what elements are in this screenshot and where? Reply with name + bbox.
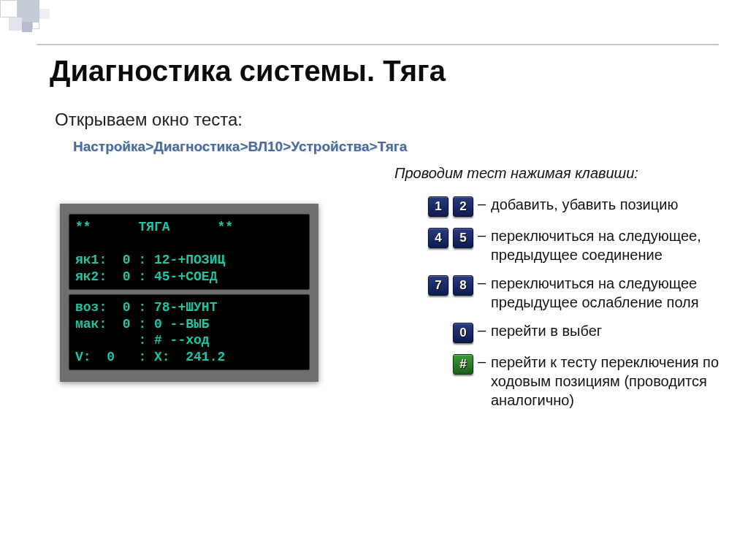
legend-row: 1 2 – добавить, убавить позицию (415, 196, 722, 217)
key-legend: 1 2 – добавить, убавить позицию 4 5 – пе… (415, 196, 722, 420)
legend-dash: – (473, 275, 491, 291)
running-test-label: Проводим тест нажимая клавиши: (394, 165, 638, 182)
legend-dash: – (473, 227, 491, 244)
key-2: 2 (453, 196, 473, 217)
legend-row: # – перейти к тесту переключения по ходо… (415, 353, 722, 410)
open-window-label: Открываем окно теста: (55, 110, 243, 130)
legend-row: 4 5 – переключиться на следующее, предыд… (415, 227, 722, 264)
key-5: 5 (453, 228, 473, 248)
terminal-device: ** ТЯГА ** як1: 0 : 12-+ПОЗИЦ як2: 0 : 4… (60, 204, 318, 382)
key-8: 8 (453, 275, 473, 296)
legend-row: 7 8 – переключиться на следующее предыду… (415, 275, 722, 312)
key-hash: # (453, 354, 473, 375)
legend-desc: перейти к тесту переключения по ходовым … (491, 353, 722, 410)
corner-decoration (0, 0, 66, 44)
terminal-screen-1: ** ТЯГА ** як1: 0 : 12-+ПОЗИЦ як2: 0 : 4… (69, 214, 310, 290)
legend-dash: – (473, 196, 491, 212)
legend-dash: – (473, 353, 491, 370)
page-title: Диагностика системы. Тяга (50, 55, 446, 88)
key-0: 0 (453, 323, 473, 343)
legend-desc: добавить, убавить позицию (491, 196, 722, 215)
legend-desc: перейти в выбег (491, 322, 722, 341)
legend-row: 0 – перейти в выбег (415, 322, 722, 343)
breadcrumb: Настройка>Диагностика>ВЛ10>Устройства>Тя… (73, 139, 407, 155)
legend-desc: переключиться на следующее предыдущее ос… (491, 275, 722, 312)
title-rule (37, 44, 719, 45)
legend-dash: – (473, 322, 491, 339)
key-1: 1 (428, 196, 449, 217)
terminal-screen-2: воз: 0 : 78-+ШУНТ мак: 0 : 0 --ВЫБ : # -… (69, 294, 310, 370)
key-7: 7 (428, 275, 449, 296)
legend-desc: переключиться на следующее, предыдущее с… (491, 227, 722, 264)
key-4: 4 (428, 228, 449, 248)
